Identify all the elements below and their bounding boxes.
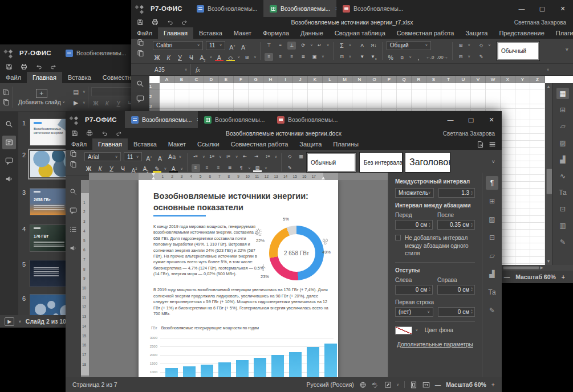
document-doc-tab-1[interactable]: Возобновляемы...✕: [125, 111, 198, 128]
sort-za-icon[interactable]: Я↓: [369, 42, 378, 50]
font-shrink-icon[interactable]: А-: [156, 153, 165, 161]
font-grow-icon[interactable]: А+: [228, 42, 237, 50]
redo-icon[interactable]: [178, 17, 192, 27]
column-header-H[interactable]: H: [263, 76, 278, 83]
italic-icon[interactable]: К: [96, 165, 104, 173]
number-format-icon[interactable]: ⊡: [338, 53, 346, 61]
column-headers[interactable]: ABCDEFGHIJKLMNOPQRSTUVWXYZ: [160, 76, 545, 83]
paragraph-settings-icon[interactable]: ¶: [486, 176, 498, 190]
multilevel-list-icon[interactable]: ⁝≡: [224, 153, 233, 161]
copy-style-icon[interactable]: ✎: [477, 53, 486, 61]
table-settings-icon[interactable]: ⊞: [556, 104, 569, 116]
column-header-E[interactable]: E: [219, 76, 234, 83]
copy-style-icon[interactable]: ✎: [286, 164, 294, 172]
align-right-icon[interactable]: ≡: [287, 53, 296, 61]
align-top-icon[interactable]: ⊤: [265, 42, 273, 50]
bold-icon[interactable]: Ж: [84, 165, 93, 173]
document-menu-совместная-работа[interactable]: Совместная работа: [225, 138, 294, 150]
hamburger-icon[interactable]: [489, 141, 496, 148]
superscript-icon[interactable]: А2: [130, 165, 139, 173]
column-header-B[interactable]: B: [174, 76, 189, 83]
column-header-V[interactable]: V: [471, 76, 486, 83]
font-name-select[interactable]: Calibri˅: [153, 41, 203, 50]
subscript-icon[interactable]: А2: [141, 165, 150, 173]
column-header-T[interactable]: T: [441, 76, 456, 83]
align-bottom-icon[interactable]: ⊥: [287, 42, 296, 50]
presentation-menu-вставка[interactable]: Вставка: [62, 72, 97, 83]
save-icon[interactable]: [2, 62, 16, 72]
spellcheck-icon[interactable]: ab: [372, 381, 379, 389]
maximize-button[interactable]: ▢: [532, 0, 552, 17]
shape-settings-icon[interactable]: ▱: [556, 121, 569, 132]
column-header-D[interactable]: D: [204, 76, 219, 83]
copy-icon[interactable]: [70, 161, 77, 168]
spacing-before-spinner[interactable]: 0 см˄˅: [395, 220, 433, 230]
column-header-Z[interactable]: Z: [530, 76, 545, 83]
filter-icon[interactable]: ▼: [358, 53, 367, 61]
spreadsheet-doc-tab-3[interactable]: Возобновляемы...: [336, 0, 409, 17]
undo-icon[interactable]: [97, 128, 111, 138]
spreadsheet-menu-макет[interactable]: Макет: [228, 27, 257, 39]
fit-width-icon[interactable]: [422, 381, 430, 389]
subscript-icon[interactable]: А2: [198, 54, 207, 62]
cell-style-preview[interactable]: Обычный: [497, 41, 540, 61]
line-spacing-type-select[interactable]: Множитель˅: [395, 188, 434, 198]
slicer-settings-icon[interactable]: ▥: [556, 220, 569, 231]
spreadsheet-menu-файл[interactable]: Файл: [131, 27, 158, 39]
justify-icon[interactable]: ≣: [299, 53, 307, 61]
right-indent-marker[interactable]: [322, 177, 325, 179]
highlight-color-icon[interactable]: ✎: [153, 165, 161, 173]
paste-icon[interactable]: [70, 150, 77, 157]
clear-style-icon[interactable]: ◇: [286, 153, 294, 161]
minimize-button[interactable]: —: [511, 0, 532, 17]
search-icon[interactable]: [133, 77, 147, 91]
paste-icon[interactable]: [137, 39, 144, 46]
orientation-icon[interactable]: ⟳: [299, 42, 307, 50]
signature-settings-icon[interactable]: ✎: [556, 236, 569, 248]
fill-color-icon[interactable]: ◇: [226, 54, 235, 62]
comments-icon[interactable]: [67, 203, 80, 217]
clear-filter-icon[interactable]: ▼x: [369, 53, 378, 61]
font-shrink-icon[interactable]: А-: [239, 42, 248, 50]
column-header-C[interactable]: C: [189, 76, 204, 83]
borders-icon[interactable]: ⊞: [243, 54, 251, 62]
search-icon[interactable]: [2, 117, 16, 131]
document-menu-макет[interactable]: Макет: [162, 138, 192, 150]
change-layout-button[interactable]: ▤: [72, 88, 80, 96]
background-color-chevron[interactable]: ˅: [416, 328, 418, 332]
header-footer-settings-icon[interactable]: ⊟: [486, 231, 498, 244]
nonprinting-characters-icon[interactable]: ¶: [237, 164, 246, 172]
column-header-Y[interactable]: Y: [515, 76, 530, 83]
font-size-select[interactable]: 11˅: [124, 152, 142, 161]
sum-icon[interactable]: Σ: [338, 42, 346, 50]
column-header-X[interactable]: X: [501, 76, 515, 83]
line-spacing-value-spinner[interactable]: 1.3˄˅: [438, 188, 475, 198]
document-page[interactable]: Возобновляемые источники энергии: основн…: [139, 180, 338, 377]
column-header-P[interactable]: P: [382, 76, 397, 83]
wrap-text-icon[interactable]: ↵: [315, 42, 324, 50]
align-left-icon[interactable]: ≡: [265, 53, 273, 61]
spreadsheet-menu-данные[interactable]: Данные: [295, 27, 329, 39]
save-icon[interactable]: [133, 17, 147, 27]
undo-icon[interactable]: [163, 17, 177, 27]
add-slide-button[interactable]: +: [36, 89, 47, 98]
document-menu-ссылки[interactable]: Ссылки: [192, 138, 225, 150]
column-header-Q[interactable]: Q: [397, 76, 412, 83]
align-right-icon[interactable]: ≡: [214, 164, 223, 172]
shading-icon[interactable]: ▧: [253, 164, 262, 172]
align-left-icon[interactable]: ≡: [192, 164, 200, 172]
document-menu-главная[interactable]: Главная: [92, 138, 128, 150]
strikethrough-icon[interactable]: Ч: [119, 165, 127, 173]
document-doc-tab-3[interactable]: Возобновляемы...: [271, 111, 344, 128]
spreadsheet-menu-плагины[interactable]: Плагины: [550, 27, 573, 39]
signature-settings-icon[interactable]: ✎: [486, 304, 498, 317]
presentation-menu-главная[interactable]: Главная: [27, 72, 62, 83]
text-art-settings-icon[interactable]: Та: [486, 285, 498, 299]
text-art-settings-icon[interactable]: Та: [556, 187, 569, 198]
bold-icon[interactable]: Ж: [153, 54, 161, 62]
slideshow-options-chevron[interactable]: ˅: [19, 320, 21, 324]
spreadsheet-menu-представление[interactable]: Представление: [493, 27, 550, 39]
font-color-icon[interactable]: А: [215, 54, 223, 62]
sparkline-settings-icon[interactable]: ∿: [556, 170, 569, 182]
spreadsheet-menu-формула[interactable]: Формула: [257, 27, 295, 39]
